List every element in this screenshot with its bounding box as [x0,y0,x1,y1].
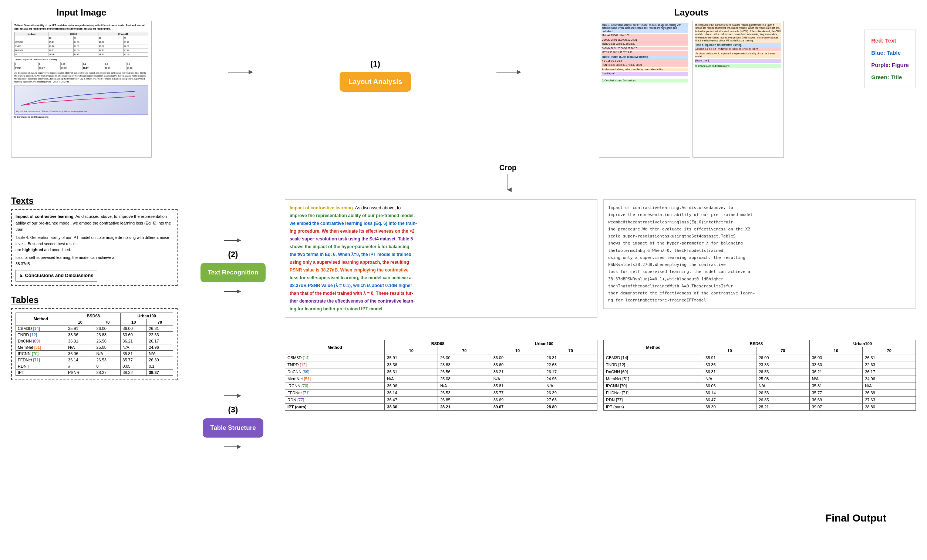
preview-table: MethodBSD68Urban100 10701070 CBM3D35.912… [14,32,148,57]
text-recognition-results: Impact of contrastive learning. As discu… [285,196,916,336]
table-row: IRCNN [70]36.06N/A35.81N/A [285,382,597,390]
arrow1 [225,8,258,78]
table-row: FHDNet [71]36.1426.5335.7726.39 [604,390,916,396]
arrow2 [493,8,526,78]
left-column: Texts Impact of contrastive learning. As… [11,196,181,380]
table-row: IPT (ours)38.3028.2139.0728.80 [285,404,597,411]
arrow5-icon [222,390,244,401]
step1-label: (1) [370,59,380,69]
result-colored-table: Method BSD68 Urban100 10 70 10 70 [285,340,597,411]
arrow3-icon [222,235,244,246]
down-arrow-icon [502,173,514,192]
colored-text-result: Impact of contrastive learning. As discu… [285,199,597,318]
layouts-title: Layouts [599,8,784,18]
plain-table-result: Method BSD68 Urban100 10 70 10 70 [603,340,916,411]
result-plain-table: Method BSD68 Urban100 10 70 10 70 [603,340,916,411]
text-crop-loss: loss for self-supervised learning, the m… [15,255,173,261]
table-row: IPT (ours)38.3028.2139.0728.80 [604,404,916,411]
table-row: RDN [λ00.050.1 [16,363,173,369]
table-row: CBM3D [14]35.9126.0036.0026.31 [285,354,597,361]
text-crop-bold: Impact of contrastive learning. [15,214,75,219]
table-row: IPTPSNR38.2738.3238.37 [16,369,173,375]
layout-analysis-box: Layout Analysis [340,72,411,92]
crop-label: Crop [499,164,517,172]
table-row: TNRD [12]33.3623.8333.6022.63 [285,361,597,369]
main-container: Input Image Table 4. Generation ability … [0,0,927,535]
legend-green: Green: Title [871,71,909,83]
layout-paper-right: the impact on the number of seed data fo… [693,21,784,158]
arrow6-icon [222,441,244,452]
table-row: MemNet [51]N/A25.08N/A24.96 [285,375,597,382]
plain-text-result: Impact of contrastivelearning.As discuss… [603,199,916,309]
step2-label: (2) [228,250,238,259]
text-crop-box: Impact of contrastive learning. As discu… [11,209,178,286]
legend-box: Red: Text Blue: Table Purple: Figure Gre… [864,30,916,88]
layout-analysis-step: (1) Layout Analysis [331,8,420,92]
layouts-section: Layouts Table 4. Generation ability of o… [599,8,784,158]
legend-purple: Purple: Figure [871,59,909,71]
table-row: DnCNN [69]36.3126.5636.2126.17 [285,369,597,375]
final-output-label: Final Output [11,512,886,528]
step3-label: (3) [228,405,238,414]
legend-section: Red: Text Blue: Table Purple: Figure Gre… [857,8,916,88]
table-row: RDN [77]36.4726.8536.6927.63 [604,396,916,404]
input-image-preview: Table 4. Generation ability of our IPT m… [11,21,152,158]
chart-preview: Figure 6. The performance of CNN and IPT… [14,85,148,115]
table-row: DnCNN [69]36.3126.5636.2126.17 [16,338,173,344]
table-row: IRCNN [70]36.06N/A35.81N/A [16,350,173,357]
table-row: RDN [77]36.4726.8536.6927.63 [285,396,597,404]
texts-label: Texts [11,196,178,206]
input-image-section: Input Image Table 4. Generation ability … [11,8,152,158]
input-image-title: Input Image [11,8,152,18]
layout-paper-left: Table 4. Generation ability of our IPT m… [599,21,690,158]
main-data-table: Method BSD68 Urban100 10 70 10 70 CBM3D … [15,313,173,376]
text-recognition-box: Text Recognition [201,263,266,282]
text-crop-table-ref: Table 4. Generation ability of our IPT m… [15,235,173,247]
arrow4-icon [222,286,244,297]
table-row: FFDNet [71]36.1426.5335.7726.39 [285,390,597,396]
legend-blue: Blue: Table [871,47,909,59]
table-row: IRCNN [70]36.06N/A35.81N/A [604,382,916,390]
table-row: FFDNet [71]36.1426.5335.7726.39 [16,357,173,363]
right-results-column: Impact of contrastive learning. As discu… [285,196,916,506]
table-structure-results: Method BSD68 Urban100 10 70 10 70 [285,336,916,506]
step2-container: (2) Text Recognition [201,196,266,336]
text-crop-psnr: 38.37dB [15,261,173,267]
table-row: TNRD [12]33.3623.8333.6022.63 [16,331,173,338]
legend-red: Red: Text [871,34,909,47]
step3-container: (3) Table Structure [203,336,263,506]
table-row: DnCNN [69]36.3126.5636.2126.17 [604,369,916,375]
table-crop-box: Method BSD68 Urban100 10 70 10 70 CBM3D … [11,308,178,380]
text-crop-conclusion: 5. Conclusions and Discussions [15,270,97,281]
colored-table-result: Method BSD68 Urban100 10 70 10 70 [285,340,597,411]
table-row: CBM3D [14]35.9126.0036.0026.31 [604,354,916,361]
table-row: TNRD [12]33.3623.8333.6022.63 [604,361,916,369]
text-crop-highlight: are highlighted and underlined. [15,247,173,253]
center-process-column: (2) Text Recognition (3) Table Structure [181,196,285,506]
preview-table2: λ00.050.10.20.5 PSNR38.2738.3238.3738.33… [14,62,148,70]
table-row: MemNet [51]N/A25.08N/A24.96 [16,344,173,350]
table-structure-box: Table Structure [203,418,263,437]
table-row: MemNet [51]N/A25.08N/A24.96 [604,375,916,382]
tables-label: Tables [11,295,178,305]
table-row: CBM3D [14]35.9126.0036.0026.31 [16,325,173,331]
